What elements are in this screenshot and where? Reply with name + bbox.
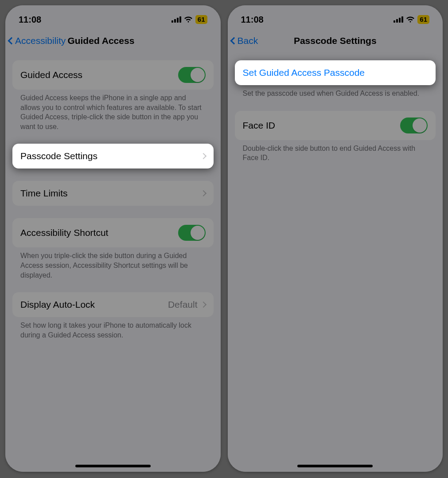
svg-rect-7 <box>401 16 403 23</box>
back-button[interactable]: Accessibility <box>9 35 66 46</box>
time-limits-row[interactable]: Time Limits <box>12 181 214 206</box>
guided-access-label: Guided Access <box>20 70 82 80</box>
status-time: 11:08 <box>241 15 264 25</box>
page-title: Guided Access <box>67 35 134 46</box>
accessibility-shortcut-row[interactable]: Accessibility Shortcut <box>12 218 214 247</box>
accessibility-shortcut-footer: When you triple-click the side button du… <box>12 247 214 280</box>
display-autolock-value: Default <box>168 299 198 310</box>
svg-rect-2 <box>177 18 179 23</box>
home-indicator[interactable] <box>75 465 151 467</box>
battery-badge: 61 <box>195 15 207 24</box>
chevron-right-icon <box>200 153 206 159</box>
svg-rect-6 <box>399 18 401 23</box>
set-passcode-row[interactable]: Set Guided Access Passcode <box>235 60 436 85</box>
chevron-right-icon <box>200 190 206 196</box>
faceid-label: Face ID <box>243 120 276 131</box>
chevron-right-icon <box>200 302 206 308</box>
page-title: Passcode Settings <box>228 35 443 46</box>
display-autolock-row[interactable]: Display Auto-Lock Default <box>12 292 214 317</box>
guided-access-footer: Guided Access keeps the iPhone in a sing… <box>12 90 214 131</box>
accessibility-shortcut-toggle[interactable] <box>178 225 206 241</box>
guided-access-toggle[interactable] <box>178 67 206 83</box>
set-passcode-label: Set Guided Access Passcode <box>243 67 365 78</box>
faceid-footer: Double-click the side button to end Guid… <box>235 140 436 163</box>
back-chevron-icon <box>8 37 16 45</box>
set-passcode-footer: Set the passcode used when Guided Access… <box>235 85 436 98</box>
cellular-icon <box>393 16 403 23</box>
passcode-settings-label: Passcode Settings <box>20 151 97 161</box>
svg-rect-1 <box>174 19 176 23</box>
back-label: Accessibility <box>15 35 66 46</box>
wifi-icon <box>184 16 193 23</box>
svg-rect-4 <box>393 20 395 23</box>
guided-access-toggle-row[interactable]: Guided Access <box>12 60 214 90</box>
screenshot-right: 11:08 61 Back Passcode Settings Set Guid… <box>228 5 443 472</box>
svg-rect-0 <box>171 20 173 23</box>
faceid-row[interactable]: Face ID <box>235 111 436 140</box>
status-time: 11:08 <box>19 15 41 25</box>
battery-badge: 61 <box>417 15 429 24</box>
screenshot-left: 11:08 61 Accessibility Guided Access Gui… <box>5 5 221 472</box>
svg-rect-3 <box>179 16 181 23</box>
nav-bar: Accessibility Guided Access <box>5 29 221 52</box>
display-autolock-footer: Set how long it takes your iPhone to aut… <box>12 317 214 340</box>
nav-bar: Back Passcode Settings <box>228 29 443 52</box>
passcode-settings-row[interactable]: Passcode Settings <box>12 144 214 168</box>
status-bar: 11:08 61 <box>5 5 221 29</box>
status-bar: 11:08 61 <box>228 5 443 29</box>
time-limits-label: Time Limits <box>20 188 68 199</box>
wifi-icon <box>406 16 415 23</box>
faceid-toggle[interactable] <box>400 118 428 133</box>
home-indicator[interactable] <box>297 465 373 467</box>
display-autolock-label: Display Auto-Lock <box>20 299 95 310</box>
cellular-icon <box>171 16 181 23</box>
svg-rect-5 <box>396 19 398 23</box>
accessibility-shortcut-label: Accessibility Shortcut <box>20 227 108 238</box>
